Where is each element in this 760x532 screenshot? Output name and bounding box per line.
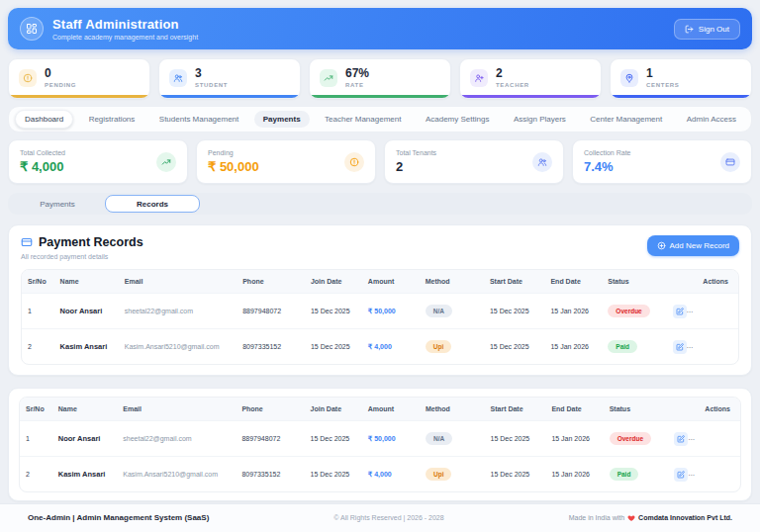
tab-assign-players[interactable]: Assign Players [505, 111, 575, 128]
credit-card-icon [21, 236, 33, 248]
footer-credit: Made in India with Comdata Innovation Pv… [569, 514, 732, 522]
metric-value: ₹ 4,000 [20, 159, 65, 174]
app-logo [20, 17, 44, 41]
cell-join-date: 15 Dec 2025 [305, 421, 362, 457]
sign-out-label: Sign Out [699, 25, 729, 34]
footer-company: Comdata Innovation Pvt Ltd. [638, 514, 732, 521]
method-badge: Upi [426, 468, 451, 481]
cell-phone: 8897948072 [236, 421, 304, 457]
remind-button[interactable]: Remind [693, 431, 740, 446]
stat-label: TEACHER [496, 82, 529, 88]
page-subtitle: Complete academy management and oversigh… [52, 34, 198, 41]
cell-name: Kasim Ansari [52, 457, 118, 492]
method-badge: Upi [426, 340, 451, 353]
col-actions: Actions [667, 270, 738, 294]
add-new-record-button[interactable]: Add New Record [647, 235, 739, 256]
cell-end-date: 15 Jan 2026 [544, 294, 602, 329]
subtab-payments[interactable]: Payments [10, 195, 105, 213]
metric-collection-rate: Collection Rate 7.4% [572, 139, 752, 184]
stat-value: 3 [195, 67, 228, 79]
edit-button[interactable] [673, 340, 687, 354]
tab-payments[interactable]: Payments [254, 111, 310, 128]
footer-copyright: © All Rights Reserved | 2026 - 2028 [333, 514, 443, 521]
remind-label: Remind [711, 435, 734, 442]
method-badge: N/A [426, 305, 452, 317]
add-new-record-label: Add New Record [670, 241, 729, 250]
footer-brand: One-Admin | Admin Management System (Saa… [28, 513, 209, 522]
col-email: Email [119, 270, 237, 294]
remind-button[interactable]: Remind [692, 339, 738, 354]
cell-name: Kasim Ansari [54, 329, 119, 365]
metric-label: Total Tenants [396, 149, 436, 156]
remind-button[interactable]: Remind [693, 467, 740, 482]
col-end-date: End Date [545, 398, 603, 421]
status-badge: Overdue [610, 432, 651, 445]
user-plus-icon [470, 69, 488, 87]
cell-email: sheetal22@gmail.com [119, 294, 237, 329]
tab-academy-settings[interactable]: Academy Settings [417, 111, 498, 128]
tab-center-management[interactable]: Center Management [581, 111, 671, 128]
map-pin-icon [620, 69, 638, 87]
stat-label: RATE [345, 82, 369, 88]
cell-name: Noor Ansari [54, 294, 119, 329]
cell-start-date: 15 Dec 2025 [485, 421, 546, 457]
col-status: Status [602, 270, 666, 294]
alert-circle-icon [344, 152, 364, 172]
stat-label: CENTERS [646, 82, 680, 88]
stat-label: STUDENT [195, 82, 228, 88]
metric-value: ₹ 50,000 [208, 159, 259, 174]
cell-amount: ₹ 4,000 [362, 457, 420, 492]
col-srno: Sr/No [22, 270, 54, 294]
trending-up-icon [320, 69, 337, 87]
stat-card-centers: 1 CENTERS [610, 58, 752, 99]
status-badge: Paid [608, 340, 637, 353]
tab-registrations[interactable]: Registrations [80, 111, 144, 128]
tab-dashboard[interactable]: Dashboard [15, 110, 73, 129]
col-actions: Actions [668, 398, 740, 421]
stat-value: 1 [646, 67, 680, 79]
col-start-date: Start Date [485, 398, 546, 421]
metric-pending: Pending ₹ 50,000 [196, 139, 376, 184]
remind-button[interactable]: Remind [692, 304, 738, 318]
remind-label: Remind [710, 343, 733, 350]
stat-value: 67% [345, 67, 369, 79]
cell-end-date: 15 Jan 2026 [544, 329, 602, 365]
dashboard-icon [26, 23, 38, 35]
cell-start-date: 15 Dec 2025 [484, 329, 545, 365]
col-end-date: End Date [544, 270, 602, 294]
edit-icon [676, 343, 684, 351]
metric-label: Pending [208, 149, 259, 156]
edit-icon [677, 471, 685, 479]
tab-admin-access[interactable]: Admin Access [678, 111, 745, 128]
cell-start-date: 15 Dec 2025 [484, 294, 545, 329]
stat-card-rate: 67% RATE [309, 58, 451, 99]
tab-teacher-management[interactable]: Teacher Management [316, 111, 410, 128]
payment-records-card: Payment Records All recorded payment det… [8, 224, 752, 376]
edit-button[interactable] [673, 305, 687, 318]
edit-button[interactable] [674, 432, 688, 446]
cell-join-date: 15 Dec 2025 [305, 294, 362, 329]
metric-total-tenants: Total Tenants 2 [384, 139, 564, 184]
cell-phone: 8897948072 [237, 294, 305, 329]
users-icon [169, 69, 187, 87]
cell-end-date: 15 Jan 2026 [545, 457, 603, 492]
edit-button[interactable] [674, 468, 688, 482]
subtab-records[interactable]: Records [105, 195, 200, 213]
col-amount: Amount [362, 398, 420, 421]
records-table: Sr/No Name Email Phone Join Date Amount … [19, 397, 741, 492]
col-email: Email [117, 398, 236, 421]
cell-srno: 1 [22, 294, 54, 329]
cell-end-date: 15 Jan 2026 [545, 421, 603, 457]
cell-amount: ₹ 50,000 [362, 421, 420, 457]
sign-out-button[interactable]: Sign Out [674, 19, 740, 40]
col-phone: Phone [237, 270, 305, 294]
cell-phone: 8097335152 [237, 329, 305, 365]
alert-circle-icon [19, 69, 37, 87]
cell-email: sheetal22@gmail.com [117, 421, 236, 457]
col-join-date: Join Date [305, 398, 362, 421]
page-title: Staff Administration [52, 17, 198, 32]
stats-row: 0 PENDING 3 STUDENT 67% RATE 2 TEACHER [8, 58, 752, 99]
col-phone: Phone [236, 398, 304, 421]
tab-students-management[interactable]: Students Management [150, 111, 248, 128]
cell-start-date: 15 Dec 2025 [485, 457, 546, 492]
